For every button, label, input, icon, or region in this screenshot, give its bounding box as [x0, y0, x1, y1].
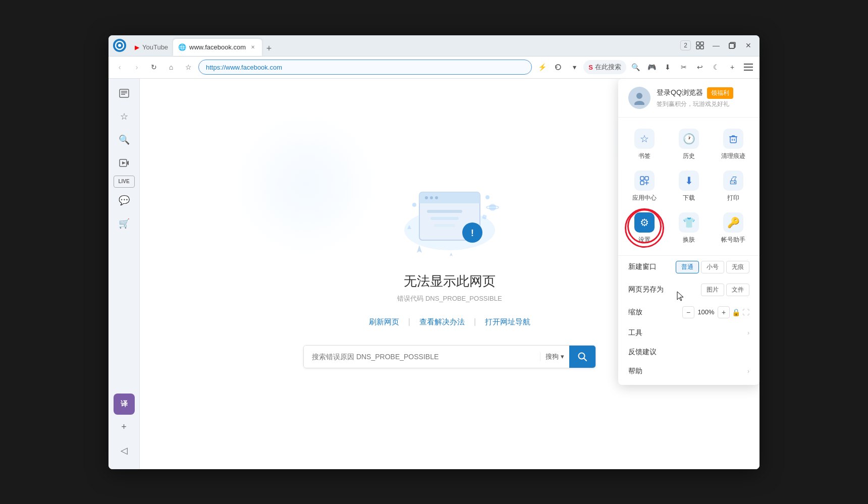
save-file-btn[interactable]: 文件 [726, 284, 749, 296]
new-window-row[interactable]: 新建窗口 普通 小号 无痕 [618, 256, 760, 278]
tools-row[interactable]: 工具 › [618, 323, 760, 343]
incognito-window-btn[interactable]: 无痕 [726, 261, 749, 273]
undo-icon[interactable]: ↩ [693, 60, 707, 74]
svg-marker-37 [417, 245, 422, 253]
gamepad-icon[interactable]: 🎮 [644, 60, 659, 74]
feedback-row[interactable]: 反馈建议 [618, 343, 760, 362]
zoom-label: 缩放 [628, 308, 678, 317]
sidebar-video-icon[interactable] [114, 152, 135, 174]
svg-rect-47 [640, 177, 644, 180]
youtube-favicon: ▶ [135, 44, 139, 51]
main-menu-button[interactable] [741, 60, 755, 74]
account-menu-circle: 🔑 [723, 212, 743, 233]
error-code: 错误代码 DNS_PROBE_POSSIBLE [397, 294, 502, 303]
print-menu-item[interactable]: 🖨 打印 [711, 165, 755, 207]
skin-menu-label: 换肤 [683, 236, 695, 244]
sogou-logo: S [588, 64, 593, 71]
search-engine-selector[interactable]: 搜狗 ▾ [540, 352, 569, 361]
lightning-icon[interactable]: ⚡ [535, 60, 549, 74]
zoom-minus-btn[interactable]: − [682, 306, 694, 318]
save-image-btn[interactable]: 图片 [701, 284, 724, 296]
close-button[interactable]: ✕ [741, 38, 755, 52]
svg-point-42 [634, 101, 644, 105]
sidebar-translate-icon[interactable]: 译 [114, 394, 135, 415]
back-button[interactable]: ‹ [113, 60, 127, 74]
dropdown-menu: 登录QQ浏览器 领福利 签到赢积分，玩游戏兑好礼 ☆ 书签 🕐 [618, 79, 760, 385]
svg-rect-6 [700, 46, 703, 49]
tab-manager-icon[interactable] [693, 38, 707, 52]
account-menu-item[interactable]: 🔑 帐号助手 [711, 207, 755, 249]
zoom-lock-icon[interactable]: 🔒 [732, 308, 740, 316]
window-controls: 2 — ✕ [680, 38, 755, 52]
download-addr-icon[interactable]: ⬇ [661, 60, 675, 74]
address-bar: ‹ › ↻ ⌂ ☆ ⚡ ▾ S 在此搜索 🔍 🎮 ⬇ ✂ ↩ ☾ [108, 57, 760, 79]
search-box-label: 在此搜索 [595, 63, 621, 72]
menu-user-section[interactable]: 登录QQ浏览器 领福利 签到赢积分，玩游戏兑好礼 [618, 79, 760, 118]
history-menu-item[interactable]: 🕐 历史 [667, 124, 711, 165]
dropdown-arrow-icon[interactable]: ▾ [567, 60, 581, 74]
help-link[interactable]: 查看解决办法 [410, 317, 474, 327]
nav-link[interactable]: 打开网址导航 [476, 317, 539, 327]
sidebar-collapse-icon[interactable]: ◁ [114, 440, 135, 461]
small-window-btn[interactable]: 小号 [701, 261, 724, 273]
sidebar-chat-icon[interactable]: 💬 [114, 190, 135, 211]
refresh-button[interactable]: ↻ [147, 60, 161, 74]
save-page-row[interactable]: 网页另存为 图片 文件 [618, 278, 760, 301]
error-links: 刷新网页 | 查看解决办法 | 打开网址导航 [360, 317, 539, 327]
home-button[interactable]: ⌂ [164, 60, 178, 74]
add-tab-icon: + [266, 43, 272, 54]
feedback-label: 反馈建议 [628, 348, 749, 357]
sidebar-news-icon[interactable] [114, 83, 135, 104]
tab-youtube[interactable]: ▶ YouTube [130, 39, 173, 56]
benefit-button[interactable]: 领福利 [707, 87, 733, 99]
svg-point-24 [430, 196, 433, 199]
refresh-page-link[interactable]: 刷新网页 [360, 317, 408, 327]
restore-button[interactable] [725, 38, 739, 52]
skin-menu-item[interactable]: 👕 换肤 [667, 207, 711, 249]
download-menu-item[interactable]: ⬇ 下载 [667, 165, 711, 207]
sidebar-shop-icon[interactable]: 🛒 [114, 213, 135, 234]
tab-close-button[interactable]: ✕ [249, 43, 257, 51]
bookmarks-menu-circle: ☆ [634, 129, 655, 149]
night-mode-icon[interactable]: ☾ [709, 60, 723, 74]
bookmarks-menu-item[interactable]: ☆ 书签 [622, 124, 667, 165]
sidebar-live-icon[interactable]: LIVE [114, 176, 135, 188]
forward-button[interactable]: › [130, 60, 144, 74]
tab-facebook[interactable]: 🌐 www.facebook.com ✕ [173, 39, 262, 56]
minimize-button[interactable]: — [709, 38, 723, 52]
sidebar-search-icon[interactable]: 🔍 [114, 129, 135, 150]
settings-menu-circle: ⚙ [634, 212, 655, 233]
search-button[interactable] [569, 346, 595, 368]
add-tab-button[interactable]: + [262, 42, 276, 56]
search-addr-icon[interactable]: 🔍 [628, 60, 642, 74]
sidebar-favorites-icon[interactable]: ☆ [114, 106, 135, 127]
bookmark-star-button[interactable]: ☆ [181, 60, 195, 74]
facebook-favicon: 🌐 [178, 43, 186, 51]
refresh-page-icon[interactable] [551, 60, 565, 74]
help-row[interactable]: 帮助 › [618, 362, 760, 381]
normal-window-btn[interactable]: 普通 [676, 261, 699, 273]
zoom-plus-btn[interactable]: + [718, 306, 730, 318]
user-info: 登录QQ浏览器 领福利 签到赢积分，玩游戏兑好礼 [657, 87, 749, 108]
clear-history-menu-circle [723, 129, 743, 149]
clear-history-menu-item[interactable]: 清理痕迹 [711, 124, 755, 165]
add-toolbar-icon[interactable]: + [725, 60, 739, 74]
main-area: ☆ 🔍 LIVE 💬 🛒 译 + ◁ [108, 79, 760, 469]
app-center-menu-item[interactable]: 应用中心 [622, 165, 667, 207]
settings-menu-item[interactable]: ⚙ 设置 [622, 207, 667, 249]
user-login-label: 登录QQ浏览器 [657, 88, 703, 97]
app-center-menu-label: 应用中心 [632, 194, 657, 202]
user-avatar [628, 87, 650, 109]
url-input[interactable] [198, 60, 532, 75]
sidebar-add-icon[interactable]: + [114, 417, 135, 438]
svg-point-31 [412, 203, 416, 207]
scissors-icon[interactable]: ✂ [677, 60, 691, 74]
search-input[interactable] [304, 346, 540, 368]
svg-point-35 [489, 204, 496, 211]
zoom-expand-icon[interactable]: ⛶ [742, 308, 749, 316]
tools-label: 工具 [628, 328, 743, 338]
account-menu-label: 帐号助手 [721, 236, 745, 244]
search-box[interactable]: S 在此搜索 [583, 60, 626, 74]
svg-line-40 [584, 358, 586, 361]
tab-youtube-label: YouTube [142, 43, 168, 51]
